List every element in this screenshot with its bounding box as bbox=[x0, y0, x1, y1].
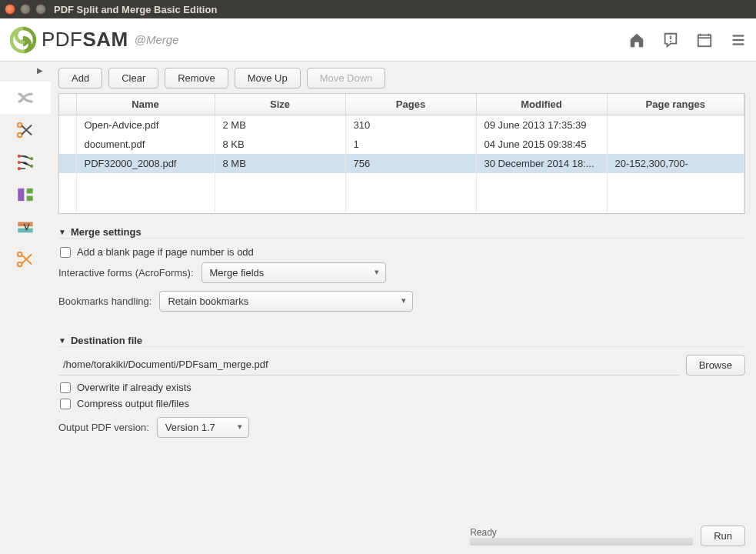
col-name[interactable]: Name bbox=[76, 94, 215, 115]
overwrite-label: Overwrite if already exists bbox=[77, 382, 191, 393]
status-text: Ready bbox=[470, 527, 693, 538]
window-close-icon[interactable] bbox=[5, 4, 15, 15]
svg-point-11 bbox=[18, 155, 21, 158]
progress-bar bbox=[470, 538, 693, 546]
svg-point-10 bbox=[18, 133, 22, 138]
table-row[interactable]: document.pdf8 KB104 June 2015 09:38:45 bbox=[59, 135, 744, 154]
add-button[interactable]: Add bbox=[58, 68, 102, 88]
sidebar-item-split-size[interactable] bbox=[0, 179, 51, 211]
app-header: PDFSAM @Merge bbox=[0, 18, 756, 62]
sidebar-item-split[interactable] bbox=[0, 114, 51, 146]
svg-point-14 bbox=[30, 157, 33, 160]
cell-size: 8 MB bbox=[215, 154, 345, 173]
window-minimize-icon[interactable] bbox=[20, 4, 31, 15]
sidebar-item-rotate[interactable] bbox=[0, 243, 51, 275]
svg-point-21 bbox=[18, 252, 22, 257]
cell-modified: 09 June 2013 17:35:39 bbox=[476, 115, 607, 135]
col-check[interactable] bbox=[59, 94, 76, 115]
cell-name: Open-Advice.pdf bbox=[76, 115, 215, 135]
bookmarks-label: Bookmarks handling: bbox=[58, 295, 152, 307]
table-row[interactable]: Open-Advice.pdf2 MB31009 June 2013 17:35… bbox=[59, 115, 744, 135]
destination-input[interactable] bbox=[58, 355, 680, 375]
footer: Ready Run bbox=[58, 515, 745, 546]
app-logo-icon bbox=[9, 26, 37, 54]
col-pages[interactable]: Pages bbox=[345, 94, 476, 115]
pdf-version-combo[interactable]: Version 1.7 bbox=[157, 417, 249, 438]
remove-button[interactable]: Remove bbox=[165, 68, 228, 88]
merge-settings-header[interactable]: ▼ Merge settings bbox=[58, 226, 745, 239]
svg-rect-17 bbox=[27, 189, 33, 194]
destination-title: Destination file bbox=[71, 335, 142, 346]
svg-point-12 bbox=[18, 161, 21, 164]
collapse-icon: ▼ bbox=[58, 228, 66, 236]
forms-value: Merge fields bbox=[210, 267, 265, 279]
bookmarks-value: Retain bookmarks bbox=[168, 295, 248, 307]
destination-section: ▼ Destination file Browse Overwrite if a… bbox=[58, 335, 745, 449]
blank-odd-label: Add a blank page if page number is odd bbox=[77, 246, 254, 258]
table-row[interactable]: PDF32000_2008.pdf8 MB75630 December 2014… bbox=[59, 154, 744, 173]
table-toolbar: Add Clear Remove Move Up Move Down bbox=[58, 68, 745, 88]
compress-checkbox[interactable] bbox=[60, 399, 71, 409]
sidebar-expand-icon[interactable]: ▶ bbox=[0, 66, 51, 82]
window-title: PDF Split and Merge Basic Edition bbox=[54, 4, 217, 15]
cell-ranges[interactable] bbox=[607, 115, 744, 135]
cell-modified: 04 June 2015 09:38:45 bbox=[476, 135, 607, 154]
cell-size: 8 KB bbox=[215, 135, 345, 154]
cell-name: document.pdf bbox=[76, 135, 215, 154]
cell-ranges[interactable]: 20-152,300,700- bbox=[607, 154, 744, 173]
svg-point-1 bbox=[670, 40, 671, 42]
svg-point-15 bbox=[30, 165, 33, 168]
sidebar: ▶ bbox=[0, 62, 51, 554]
app-logo-text: PDFSAM bbox=[42, 28, 128, 52]
svg-rect-18 bbox=[27, 196, 33, 202]
col-size[interactable]: Size bbox=[215, 94, 345, 115]
logo-sam: SAM bbox=[83, 28, 128, 51]
compress-label: Compress output file/files bbox=[77, 398, 189, 409]
cell-name: PDF32000_2008.pdf bbox=[76, 154, 215, 173]
logo-pdf: PDF bbox=[42, 28, 83, 51]
merge-settings-title: Merge settings bbox=[71, 226, 142, 238]
files-table: Name Size Pages Modified Page ranges Ope… bbox=[58, 93, 745, 214]
cell-pages: 1 bbox=[345, 135, 476, 154]
cell-ranges[interactable] bbox=[607, 135, 744, 154]
movedown-button[interactable]: Move Down bbox=[307, 68, 386, 88]
svg-point-22 bbox=[18, 262, 22, 267]
module-name: @Merge bbox=[135, 33, 179, 46]
svg-rect-16 bbox=[18, 189, 24, 201]
news-icon[interactable] bbox=[696, 32, 713, 48]
run-button[interactable]: Run bbox=[701, 526, 745, 546]
svg-rect-20 bbox=[18, 229, 33, 233]
cell-size: 2 MB bbox=[215, 115, 345, 135]
col-ranges[interactable]: Page ranges bbox=[607, 94, 744, 115]
col-modified[interactable]: Modified bbox=[476, 94, 607, 115]
cell-pages: 310 bbox=[345, 115, 476, 135]
forms-label: Interactive forms (AcroForms): bbox=[58, 267, 194, 279]
svg-rect-2 bbox=[698, 35, 711, 46]
svg-point-9 bbox=[18, 123, 22, 128]
blank-odd-checkbox[interactable] bbox=[60, 247, 71, 258]
sidebar-item-alternate-mix[interactable] bbox=[0, 211, 51, 243]
clear-button[interactable]: Clear bbox=[108, 68, 158, 88]
window-maximize-icon[interactable] bbox=[35, 4, 46, 15]
bookmarks-combo[interactable]: Retain bookmarks bbox=[159, 291, 413, 312]
menu-icon[interactable] bbox=[730, 32, 747, 48]
moveup-button[interactable]: Move Up bbox=[235, 68, 301, 88]
forms-combo[interactable]: Merge fields bbox=[201, 262, 386, 283]
window-titlebar: PDF Split and Merge Basic Edition bbox=[0, 0, 756, 18]
destination-header[interactable]: ▼ Destination file bbox=[58, 335, 745, 347]
overwrite-checkbox[interactable] bbox=[60, 382, 71, 393]
cell-modified: 30 December 2014 18:... bbox=[476, 154, 607, 173]
pdf-version-label: Output PDF version: bbox=[58, 422, 149, 433]
collapse-icon: ▼ bbox=[58, 336, 66, 345]
merge-settings-section: ▼ Merge settings Add a blank page if pag… bbox=[58, 226, 745, 322]
feedback-icon[interactable] bbox=[662, 32, 679, 48]
svg-point-13 bbox=[18, 167, 21, 170]
sidebar-item-merge[interactable] bbox=[0, 82, 51, 114]
browse-button[interactable]: Browse bbox=[686, 355, 745, 375]
cell-pages: 756 bbox=[345, 154, 476, 173]
sidebar-item-split-bookmarks[interactable] bbox=[0, 146, 51, 179]
home-icon[interactable] bbox=[628, 32, 645, 48]
pdf-version-value: Version 1.7 bbox=[165, 422, 215, 433]
